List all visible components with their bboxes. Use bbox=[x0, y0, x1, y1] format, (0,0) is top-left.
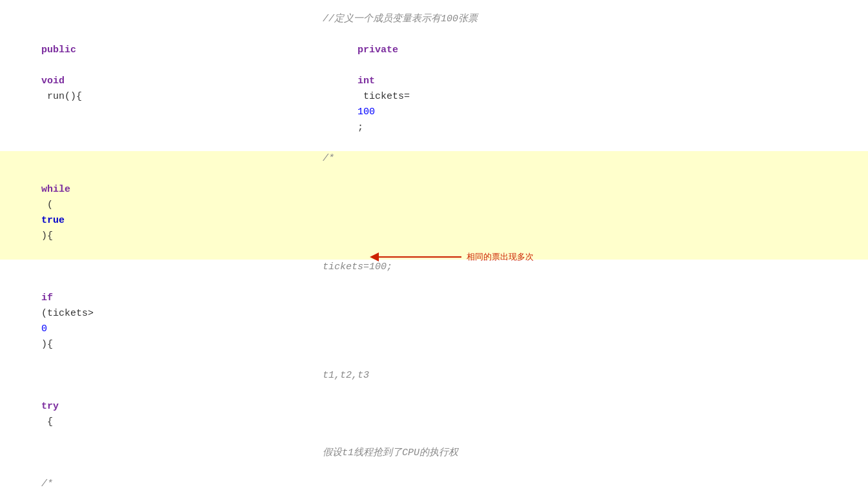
code-line: /* 假设t1线程抢到了CPU的执行权 bbox=[0, 446, 868, 492]
keyword-public: public bbox=[41, 45, 76, 56]
keyword-try: try bbox=[41, 401, 59, 412]
arrow-line bbox=[378, 256, 461, 258]
comment-text: //定义一个成员变量表示有100张票 bbox=[323, 12, 478, 27]
keyword-private: private bbox=[358, 45, 398, 56]
keyword-int: int bbox=[358, 76, 375, 87]
keyword-void: void bbox=[41, 76, 65, 87]
comment-t1t2t3: t1,t2,t3 bbox=[323, 368, 369, 384]
code-container: //定义一个成员变量表示有100张票 public void run(){ pr… bbox=[0, 6, 868, 492]
comment-open: /* bbox=[41, 478, 53, 489]
code-line: if (tickets> 0 ){ tickets=100; bbox=[0, 260, 868, 368]
annotation-arrow-container: 相同的票出现多次 bbox=[378, 251, 534, 264]
keyword-while: while bbox=[41, 184, 70, 195]
keyword-if: if bbox=[41, 292, 53, 303]
comment-slash: /* bbox=[323, 151, 334, 167]
code-line: public void run(){ private int tickets= … bbox=[0, 27, 868, 151]
number-0: 0 bbox=[41, 323, 47, 334]
keyword-true: true bbox=[41, 215, 65, 226]
arrowhead bbox=[370, 252, 379, 261]
annotation-text: 相同的票出现多次 bbox=[467, 251, 534, 264]
code-line: try { t1,t2,t3 bbox=[0, 368, 868, 446]
number-100: 100 bbox=[358, 107, 375, 118]
comment-t1-cpu: 假设t1线程抢到了CPU的执行权 bbox=[323, 446, 458, 461]
code-line-while: while ( true ){ /* bbox=[0, 151, 868, 260]
code-line: //定义一个成员变量表示有100张票 bbox=[0, 12, 868, 27]
